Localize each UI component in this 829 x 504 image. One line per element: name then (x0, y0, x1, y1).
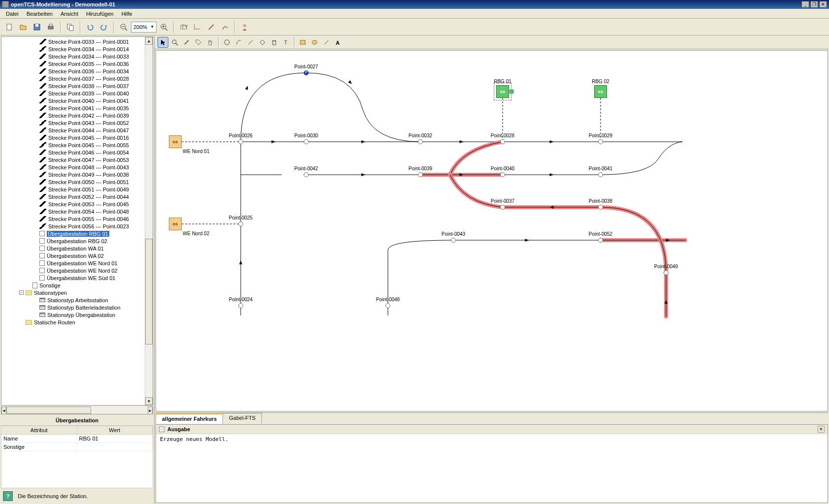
tree-item[interactable]: Übergabestation WA 01 (1, 245, 145, 252)
prop-val-0[interactable]: RBG 01 (77, 435, 153, 442)
tree-item[interactable]: Strecke Point-0044 --- Point-0047 (1, 126, 145, 134)
tree-item[interactable]: Strecke Point-0040 --- Point-0041 (1, 97, 145, 104)
rect-fill-icon[interactable] (297, 37, 308, 48)
hscroll-thumb[interactable] (6, 407, 91, 414)
scroll-thumb[interactable] (145, 239, 153, 345)
point-node[interactable] (304, 139, 309, 144)
redo-button[interactable] (97, 21, 110, 33)
tree-item[interactable]: Übergabestation RBG 01 (1, 230, 145, 237)
tree-item[interactable]: Strecke Point-0053 --- Point-0045 (1, 200, 145, 208)
tree-item[interactable]: Strecke Point-0052 --- Point-0044 (1, 193, 145, 200)
menu-hinzufuegen[interactable]: Hinzufügen (82, 10, 118, 18)
diamond-tool-icon[interactable] (257, 37, 268, 48)
print-button[interactable] (44, 21, 57, 33)
tree-item[interactable]: Strecke Point-0056 --- Point-0023 (1, 222, 145, 230)
hand-icon[interactable] (205, 37, 216, 48)
point-node[interactable] (598, 139, 603, 144)
menu-datei[interactable]: Datei (2, 10, 23, 18)
tree-item[interactable]: Strecke Point-0041 --- Point-0035 (1, 104, 145, 112)
tree-item[interactable]: Strecke Point-0036 --- Point-0034 (1, 67, 145, 75)
tree-item[interactable]: Stationstyp Arbeitsstation (1, 296, 145, 304)
ellipse-fill-icon[interactable] (309, 37, 320, 48)
tree-item[interactable]: Strecke Point-0043 --- Point-0052 (1, 119, 145, 126)
tree-item[interactable]: Übergabestation RBG 02 (1, 237, 145, 245)
output-collapse-icon[interactable]: − (159, 427, 164, 432)
person-icon[interactable] (238, 21, 251, 33)
scroll-down-icon[interactable]: ▼ (145, 397, 153, 405)
save-button[interactable] (31, 21, 43, 33)
tree-view[interactable]: Strecke Point-0033 --- Point-0001Strecke… (1, 36, 153, 406)
tree-item[interactable]: Strecke Point-0046 --- Point-0054 (1, 149, 145, 156)
output-close-icon[interactable]: ✕ (818, 426, 825, 433)
location-node[interactable]: ⇔ (169, 135, 182, 148)
vehicle-node[interactable]: ⇔ (594, 85, 607, 98)
tool-1[interactable]: TYPE (177, 21, 190, 33)
tree-item[interactable]: Sonstige (1, 282, 145, 289)
point-node[interactable] (238, 221, 243, 226)
tree-item[interactable]: Statische Routen (1, 318, 145, 326)
close-button[interactable]: ✕ (819, 1, 827, 8)
tree-item[interactable]: Stationstyp Übergabestation (1, 311, 145, 318)
tag-icon[interactable] (193, 37, 204, 48)
expander-icon[interactable]: − (19, 290, 24, 295)
menu-bearbeiten[interactable]: Bearbeiten (23, 10, 57, 18)
trash-icon[interactable] (269, 37, 280, 48)
point-node[interactable] (598, 238, 603, 243)
undo-button[interactable] (84, 21, 96, 33)
tree-item[interactable]: Strecke Point-0034 --- Point-0014 (1, 45, 145, 53)
text-tool-icon[interactable]: T (281, 37, 291, 48)
tab-gabel[interactable]: Gabel-FTS (223, 413, 262, 423)
minimize-button[interactable]: _ (801, 1, 809, 8)
tree-hscroll[interactable]: ◄ ► (1, 407, 153, 414)
zoom-select[interactable]: 200%▼ (131, 22, 157, 32)
point-node[interactable] (598, 205, 603, 210)
point-node[interactable] (418, 139, 423, 144)
tree-item[interactable]: Strecke Point-0054 --- Point-0048 (1, 208, 145, 215)
zoomin-button[interactable] (158, 21, 170, 33)
tree-item[interactable]: Übergabestation WE Nord 01 (1, 259, 145, 267)
tree-item[interactable]: Strecke Point-0034 --- Point-0033 (1, 53, 145, 60)
tree-item[interactable]: Strecke Point-0033 --- Point-0001 (1, 38, 145, 45)
scroll-right-icon[interactable]: ► (148, 407, 153, 414)
text-a-icon[interactable]: A (333, 37, 344, 48)
point-node[interactable] (304, 172, 309, 177)
properties-table[interactable]: Attribut Wert Name RBG 01 Sonstige (1, 426, 153, 488)
tab-fahrkurs[interactable]: allgemeiner Fahrkurs (156, 413, 223, 424)
tree-item[interactable]: Strecke Point-0045 --- Point-0016 (1, 134, 145, 141)
tool-2[interactable] (191, 21, 204, 33)
menu-hilfe[interactable]: Hilfe (118, 10, 136, 18)
tool-3[interactable] (205, 21, 218, 33)
tree-item[interactable]: Strecke Point-0050 --- Point-0051 (1, 178, 145, 186)
vehicle-node[interactable]: ⇔ (496, 85, 509, 98)
point-node[interactable] (385, 303, 390, 308)
point-node[interactable] (598, 172, 603, 177)
zoom-tool-icon[interactable] (169, 37, 180, 48)
scroll-left-icon[interactable]: ◄ (1, 407, 6, 414)
canvas[interactable]: Point-0027Point-0026Point-0030Point-0032… (156, 50, 828, 411)
tree-item[interactable]: Übergabestation WA 02 (1, 252, 145, 259)
tree-item[interactable]: Strecke Point-0038 --- Point-0037 (1, 82, 145, 90)
tree-item[interactable]: −Stationstypen (1, 289, 145, 296)
point-node[interactable] (238, 139, 243, 144)
line-tool-icon[interactable] (245, 37, 256, 48)
point-node[interactable] (500, 139, 505, 144)
open-button[interactable] (17, 21, 30, 33)
location-node[interactable]: ⇔ (169, 218, 182, 230)
tree-item[interactable]: Strecke Point-0051 --- Point-0049 (1, 186, 145, 193)
point-node[interactable] (418, 172, 423, 177)
zoomout-button[interactable] (117, 21, 130, 33)
scroll-up-icon[interactable]: ▲ (145, 37, 153, 45)
maximize-button[interactable]: ❐ (810, 1, 818, 8)
tree-item[interactable]: Strecke Point-0042 --- Point-0039 (1, 112, 145, 119)
tree-item[interactable]: Übergabestation WE Nord 02 (1, 267, 145, 274)
tree-item[interactable]: Strecke Point-0037 --- Point-0028 (1, 75, 145, 82)
point-node[interactable] (238, 303, 243, 308)
menu-ansicht[interactable]: Ansicht (57, 10, 82, 18)
tree-item[interactable]: Strecke Point-0048 --- Point-0043 (1, 163, 145, 171)
prop-val-1[interactable] (77, 443, 153, 451)
tree-item[interactable]: Strecke Point-0035 --- Point-0036 (1, 60, 145, 67)
tree-item[interactable]: Übergabestation WE Süd 01 (1, 274, 145, 282)
tree-item[interactable]: Strecke Point-0047 --- Point-0053 (1, 156, 145, 163)
tree-item[interactable]: Strecke Point-0045 --- Point-0055 (1, 141, 145, 149)
point-node[interactable] (451, 238, 456, 243)
